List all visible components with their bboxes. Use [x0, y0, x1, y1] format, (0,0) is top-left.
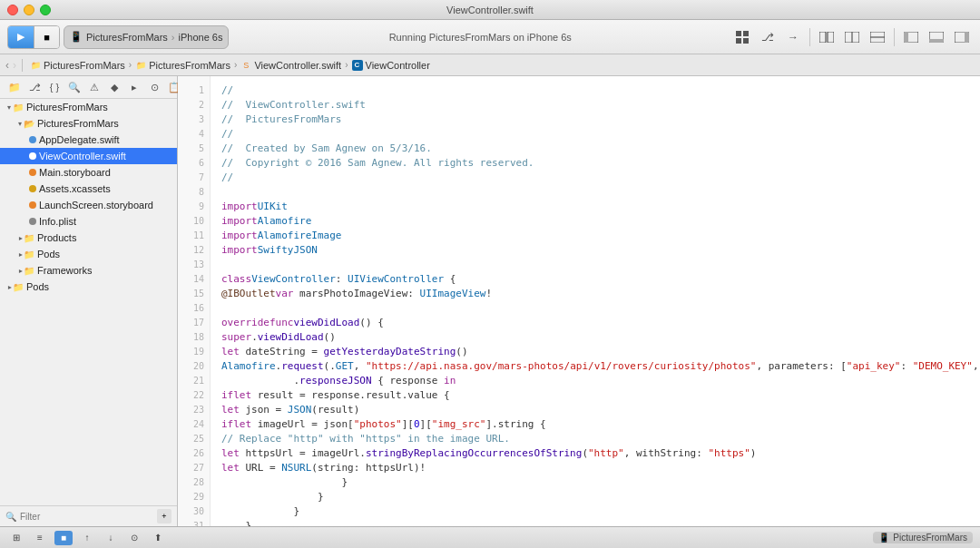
activity-monitor-button[interactable]: ⊞: [7, 531, 25, 545]
bottom-right: 📱 PicturesFromMars: [873, 532, 973, 543]
breadcrumb-label-4: ViewController: [366, 60, 430, 71]
code-line-29: }: [221, 490, 980, 504]
code-line-1: //: [221, 83, 980, 98]
sidebar-item-frameworks[interactable]: ▾ 📁 Frameworks: [0, 262, 177, 279]
project-icon: 📁: [13, 103, 24, 113]
back-arrow[interactable]: ‹: [5, 59, 9, 72]
editor-content[interactable]: 1 2 3 4 5 6 7 8 9 10 11 12 13 14 15 16 1…: [178, 76, 980, 526]
hide-inspector-button[interactable]: [951, 26, 973, 48]
breadcrumb: 📁 PicturesFromMars › 📁 PicturesFromMars …: [23, 60, 980, 71]
add-file-button[interactable]: +: [157, 509, 172, 524]
test-nav-icon[interactable]: ◆: [107, 80, 122, 94]
line-num-10: 10: [178, 214, 210, 229]
prev-issue-button[interactable]: ↑: [78, 531, 96, 545]
sidebar-item-pods-group[interactable]: ▾ 📁 Pods: [0, 246, 177, 262]
sidebar-item-viewcontroller[interactable]: ViewController.swift: [0, 148, 177, 164]
scheme-selector[interactable]: 📱 PicturesFromMars › iPhone 6s: [64, 25, 229, 49]
line-num-7: 7: [178, 171, 210, 185]
sidebar-item-launchscreen[interactable]: LaunchScreen.storyboard: [0, 197, 177, 213]
breakpoints-button[interactable]: ⊙: [125, 531, 143, 545]
triangle-icon: ▾: [7, 103, 11, 112]
code-line-3: // PicturesFromMars: [221, 113, 980, 127]
version-editor-button[interactable]: [867, 26, 888, 48]
sidebar-filter-input[interactable]: [20, 512, 153, 522]
line-num-18: 18: [178, 330, 210, 345]
pods-folder-icon: 📁: [24, 250, 34, 259]
grid-view-button[interactable]: [731, 26, 753, 48]
sidebar-label-launchscreen: LaunchScreen.storyboard: [39, 200, 153, 210]
breadcrumb-item-3[interactable]: S ViewController.swift: [240, 60, 341, 71]
breakpoint-nav-icon[interactable]: ⊙: [147, 80, 162, 94]
hierarchy-button[interactable]: ≡: [31, 531, 49, 545]
scheme-pill: 📱 PicturesFromMars: [873, 532, 973, 543]
class-icon: C: [352, 60, 363, 71]
close-button[interactable]: [7, 5, 18, 15]
code-area[interactable]: //// ViewController.swift// PicturesFrom…: [211, 76, 980, 526]
breadcrumb-item-1[interactable]: 📁 PicturesFromMars: [30, 60, 125, 71]
sidebar-item-assets[interactable]: Assets.xcassets: [0, 181, 177, 197]
breadcrumb-item-2[interactable]: 📁 PicturesFromMars: [135, 60, 230, 71]
hide-debug-button[interactable]: [926, 26, 947, 48]
status-message: Running PicturesFromMars on iPhone 6s: [232, 32, 728, 43]
scheme-icon: 📱: [70, 31, 83, 43]
hide-navigator-button[interactable]: [900, 26, 922, 48]
share-button[interactable]: ⬆: [149, 531, 167, 545]
run-button[interactable]: ▶: [8, 26, 34, 48]
debug-nav-icon[interactable]: ▸: [127, 80, 142, 94]
find-nav-icon[interactable]: 🔍: [67, 80, 82, 94]
code-line-17: override func viewDidLoad() {: [221, 316, 980, 330]
swift-dot-icon: [29, 136, 36, 143]
source-control-icon[interactable]: ⎇: [27, 80, 42, 94]
triangle-pods-root-icon: ▾: [5, 285, 14, 289]
code-line-13: [221, 258, 980, 272]
line-num-2: 2: [178, 98, 210, 113]
forward-button[interactable]: →: [782, 26, 804, 48]
code-line-4: //: [221, 127, 980, 142]
assistant-editor-button[interactable]: [841, 26, 863, 48]
folder-nav-icon[interactable]: 📁: [7, 80, 22, 94]
navigator-button[interactable]: ⎇: [757, 26, 779, 48]
minimize-button[interactable]: [24, 5, 34, 15]
line-num-23: 23: [178, 403, 210, 417]
breadcrumb-item-4[interactable]: C ViewController: [352, 60, 430, 71]
symbol-nav-icon[interactable]: { }: [47, 80, 62, 94]
toolbar: ▶ ■ 📱 PicturesFromMars › iPhone 6s Runni…: [0, 20, 980, 54]
line-num-8: 8: [178, 185, 210, 200]
line-num-9: 9: [178, 200, 210, 214]
line-num-12: 12: [178, 243, 210, 258]
issue-nav-icon[interactable]: ⚠: [87, 80, 102, 94]
sidebar-label-assets: Assets.xcassets: [39, 183, 111, 194]
code-line-31: }: [221, 519, 980, 526]
code-line-27: let URL = NSURL(string: httpsUrl)!: [221, 461, 980, 475]
line-numbers: 1 2 3 4 5 6 7 8 9 10 11 12 13 14 15 16 1…: [178, 76, 211, 526]
hide-debug-icon: [929, 32, 944, 43]
sidebar-item-products[interactable]: ▾ 📁 Products: [0, 230, 177, 246]
svg-rect-3: [743, 38, 749, 44]
split-editor-button[interactable]: [816, 26, 838, 48]
sidebar-item-project[interactable]: ▾ 📁 PicturesFromMars: [0, 99, 177, 115]
sidebar-item-infoplist[interactable]: Info.plist: [0, 213, 177, 230]
products-folder-icon: 📁: [24, 233, 34, 243]
storyboard-dot-icon: [29, 169, 36, 176]
sidebar-filter-bar: 🔍 +: [0, 505, 177, 526]
sidebar-label-mainstoryboard: Main.storyboard: [39, 167, 111, 178]
sidebar-header: 📁 ⎇ { } 🔍 ⚠ ◆ ▸ ⊙ 📋: [0, 76, 177, 99]
sidebar-item-appdelegate[interactable]: AppDelegate.swift: [0, 132, 177, 148]
sidebar-item-group[interactable]: ▾ 📂 PicturesFromMars: [0, 115, 177, 132]
maximize-button[interactable]: [40, 5, 51, 15]
folder-icon-1: 📁: [30, 60, 41, 71]
sidebar-item-pods-root[interactable]: ▾ 📁 Pods: [0, 279, 177, 295]
svg-rect-5: [828, 32, 834, 43]
line-num-26: 26: [178, 446, 210, 461]
breadcrumb-label-1: PicturesFromMars: [44, 60, 125, 71]
navigator-toggle-button[interactable]: ■: [54, 531, 73, 545]
window-controls[interactable]: [7, 5, 51, 15]
assets-dot-icon: [29, 185, 36, 192]
stop-button[interactable]: ■: [34, 26, 59, 48]
code-line-12: import SwiftyJSON: [221, 243, 980, 258]
sidebar-item-mainstoryboard[interactable]: Main.storyboard: [0, 164, 177, 181]
code-line-25: // Replace "http" with "https" in the im…: [221, 432, 980, 446]
next-issue-button[interactable]: ↓: [102, 531, 120, 545]
code-line-6: // Copyright © 2016 Sam Agnew. All right…: [221, 156, 980, 171]
triangle-products-icon: ▾: [16, 236, 24, 240]
